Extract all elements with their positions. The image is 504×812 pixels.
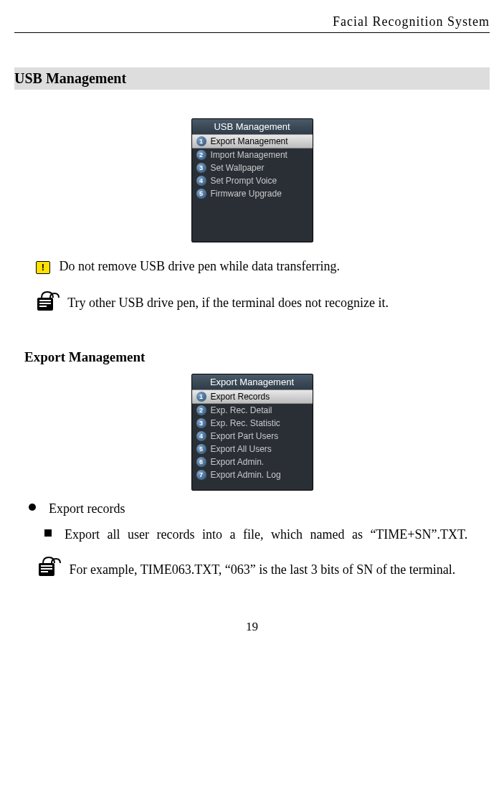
number-badge: 2 bbox=[196, 405, 206, 415]
number-badge: 3 bbox=[196, 418, 206, 428]
menu-item-label: Export Admin. bbox=[211, 457, 265, 467]
warning-text: Do not remove USB drive pen while data t… bbox=[60, 259, 340, 273]
menu-item[interactable]: 1Export Management bbox=[192, 134, 313, 148]
svg-rect-7 bbox=[41, 571, 48, 572]
number-badge: 1 bbox=[196, 136, 206, 146]
subsection-heading-export-management: Export Management bbox=[24, 349, 490, 365]
menu-item[interactable]: 1Export Records bbox=[192, 390, 313, 404]
notes-icon bbox=[37, 556, 62, 585]
menu-item-label: Firmware Upgrade bbox=[211, 189, 282, 199]
number-badge: 6 bbox=[196, 457, 206, 467]
number-badge: 4 bbox=[196, 176, 206, 186]
product-title: Facial Recognition System bbox=[333, 14, 490, 29]
panel-title: USB Management bbox=[192, 119, 313, 134]
number-badge: 2 bbox=[196, 150, 206, 160]
number-badge: 1 bbox=[196, 392, 206, 402]
menu-item[interactable]: 3Set Wallpaper bbox=[192, 161, 313, 174]
tip-note: Try other USB drive pen, if the terminal… bbox=[14, 291, 490, 318]
menu-item[interactable]: 6Export Admin. bbox=[192, 455, 313, 468]
menu-item[interactable]: 4Export Part Users bbox=[192, 430, 313, 443]
example-text: For example, TIME063.TXT, “063” is the l… bbox=[70, 562, 456, 577]
bullet-icon bbox=[29, 504, 36, 511]
menu-item-label: Import Management bbox=[211, 150, 287, 160]
menu-item[interactable]: 2Import Management bbox=[192, 148, 313, 161]
svg-rect-1 bbox=[39, 300, 51, 301]
menu-item-label: Exp. Rec. Statistic bbox=[211, 418, 280, 428]
bullet-export-records: Export records bbox=[29, 498, 490, 520]
menu-item-label: Set Wallpaper bbox=[211, 163, 265, 173]
menu-item-label: Export All Users bbox=[211, 444, 272, 454]
menu-item[interactable]: 5Firmware Upgrade bbox=[192, 187, 313, 200]
svg-rect-6 bbox=[41, 568, 52, 570]
svg-rect-2 bbox=[39, 303, 51, 304]
notes-icon bbox=[36, 291, 60, 318]
menu-item-label: Exp. Rec. Detail bbox=[211, 405, 272, 415]
tip-text: Try other USB drive pen, if the terminal… bbox=[67, 296, 389, 310]
section-heading-usb-management: USB Management bbox=[14, 67, 490, 90]
bullet-desc: Export all user records into a file, whi… bbox=[65, 524, 490, 546]
warning-icon: ! bbox=[36, 261, 50, 274]
number-badge: 4 bbox=[196, 431, 206, 441]
usb-management-panel: USB Management 1Export Management2Import… bbox=[191, 118, 313, 242]
panel-title: Export Management bbox=[192, 374, 313, 390]
svg-rect-3 bbox=[39, 306, 47, 307]
number-badge: 3 bbox=[196, 163, 206, 173]
number-badge: 5 bbox=[196, 189, 206, 199]
warning-note: ! Do not remove USB drive pen while data… bbox=[14, 255, 490, 278]
example-note: For example, TIME063.TXT, “063” is the l… bbox=[37, 556, 482, 585]
menu-item-label: Set Prompt Voice bbox=[211, 176, 277, 186]
panel-body: 1Export Records2Exp. Rec. Detail3Exp. Re… bbox=[192, 390, 313, 490]
menu-item-label: Export Part Users bbox=[211, 431, 279, 441]
menu-item[interactable]: 7Export Admin. Log bbox=[192, 468, 313, 481]
page-number: 19 bbox=[14, 620, 490, 634]
svg-rect-5 bbox=[41, 565, 52, 567]
menu-item[interactable]: 3Exp. Rec. Statistic bbox=[192, 417, 313, 430]
number-badge: 7 bbox=[196, 470, 206, 480]
menu-item-label: Export Admin. Log bbox=[211, 470, 281, 480]
menu-item[interactable]: 5Export All Users bbox=[192, 443, 313, 455]
number-badge: 5 bbox=[196, 444, 206, 454]
square-bullet-icon bbox=[44, 529, 52, 537]
page-header: Facial Recognition System bbox=[14, 14, 490, 33]
bullet-export-records-desc: Export all user records into a file, whi… bbox=[44, 524, 490, 546]
export-management-panel: Export Management 1Export Records2Exp. R… bbox=[191, 374, 313, 491]
bullet-label: Export records bbox=[49, 498, 125, 520]
menu-item-label: Export Management bbox=[211, 136, 288, 146]
panel-body: 1Export Management2Import Management3Set… bbox=[192, 134, 313, 242]
menu-item[interactable]: 4Set Prompt Voice bbox=[192, 174, 313, 187]
menu-item-label: Export Records bbox=[211, 392, 270, 402]
menu-item[interactable]: 2Exp. Rec. Detail bbox=[192, 404, 313, 417]
